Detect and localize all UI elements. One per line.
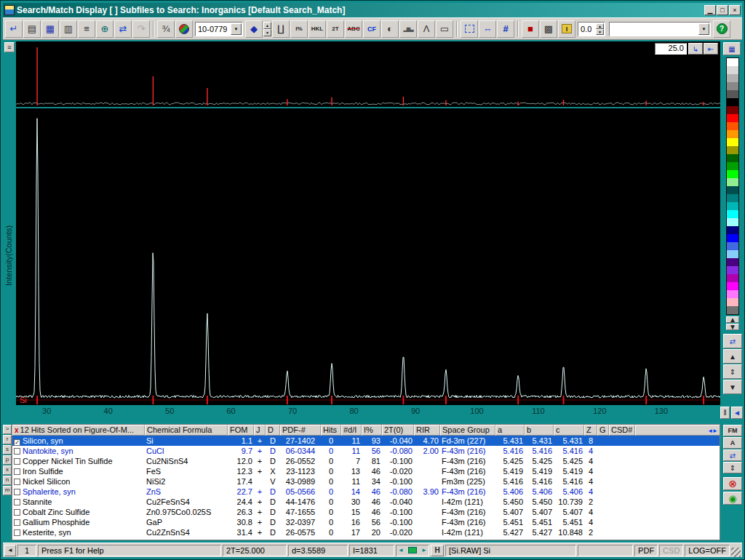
palette-color[interactable] [727, 226, 738, 234]
table-scroll-left-button[interactable]: ◄ [4, 545, 16, 556]
intensity-label-button[interactable]: I% [290, 20, 308, 38]
hatch-button[interactable]: ▩ [540, 20, 557, 38]
spin-down-icon[interactable]: ▼ [596, 29, 604, 35]
column-header-sg[interactable]: Space Group [440, 425, 495, 436]
row-checkbox[interactable] [14, 529, 20, 536]
hkl-label-button[interactable]: HKL [308, 20, 326, 38]
palette-color[interactable] [727, 306, 738, 314]
redo-button[interactable]: ↷ [132, 20, 150, 38]
h-button[interactable]: H [431, 545, 444, 556]
table-row[interactable]: Sphalerite, synZnS22.7+D05-056601446-0.0… [12, 487, 720, 497]
palette-scroll-up-button[interactable]: ▲ [726, 316, 739, 323]
accept-hit-button[interactable]: ◉ [723, 492, 742, 505]
start-angle-field[interactable]: 25.0 [655, 43, 687, 55]
palette-color[interactable] [727, 210, 738, 218]
row-hotkey-n[interactable]: n [3, 476, 12, 485]
print-form-button[interactable]: ▥ [60, 20, 77, 38]
row-hotkey-x[interactable]: x [3, 465, 12, 475]
row-checkbox[interactable] [14, 519, 20, 526]
help-button[interactable]: ? [713, 20, 730, 38]
simulate-globe-button[interactable] [175, 20, 193, 38]
expand-button[interactable]: ⇔ [479, 20, 496, 38]
invert-button[interactable]: ◐ [381, 20, 399, 38]
spin-down-icon[interactable]: ▼ [263, 29, 271, 36]
fit-vertical-button[interactable]: ⇕ [723, 364, 742, 379]
delete-hit-button[interactable]: ⊗ [723, 477, 742, 490]
palette-color[interactable] [727, 202, 738, 210]
column-header-b[interactable]: b [525, 425, 554, 436]
row-checkbox[interactable] [14, 489, 20, 495]
column-header-csd[interactable]: CSD# [609, 425, 635, 436]
palette-color[interactable] [727, 234, 738, 242]
palette-color[interactable] [727, 138, 738, 146]
palette-color[interactable] [727, 170, 738, 178]
palette-color[interactable] [727, 290, 738, 298]
grid-button[interactable]: # [497, 20, 514, 38]
table-row[interactable]: Gallium PhosphideGaP30.8+D32-039701656-0… [12, 517, 720, 527]
palette-color[interactable] [727, 74, 738, 82]
overlay-diamond-button[interactable]: ◆ [245, 20, 263, 38]
column-header-pdf[interactable]: PDF-# [280, 425, 321, 436]
row-checkbox[interactable]: ✓ [14, 439, 20, 446]
spin-up-icon[interactable]: ▲ [263, 22, 271, 29]
column-header-t0[interactable]: 2T(0) [382, 425, 414, 436]
palette-color[interactable] [727, 298, 738, 306]
palette-color[interactable] [727, 218, 738, 226]
red-swatch-button[interactable]: ■ [522, 20, 539, 38]
row-hotkey-r[interactable]: r [3, 435, 12, 444]
peak-marks-button[interactable]: ∐ [272, 20, 290, 38]
column-header-hits[interactable]: Hits [321, 425, 341, 436]
home-left-button[interactable]: ⇤ [704, 43, 718, 55]
zoom-box-button[interactable]: ▭ [436, 20, 453, 38]
row-hotkey-m[interactable]: m [3, 486, 12, 495]
row-checkbox[interactable] [14, 479, 20, 485]
column-header-z[interactable]: Z [584, 425, 597, 436]
row-checkbox[interactable] [14, 499, 20, 505]
snap-corner-button[interactable]: ↳ [688, 43, 703, 55]
palette-color[interactable] [727, 194, 738, 202]
column-scroll-icon[interactable]: ◄► [707, 428, 717, 434]
dropdown-arrow-icon[interactable]: ▼ [231, 23, 242, 35]
palette-color[interactable] [727, 274, 738, 282]
profile-button[interactable]: Λ [418, 20, 435, 38]
column-header-name[interactable]: x12 Hits Sorted on Figure-Of-M... [12, 425, 145, 436]
palette-color[interactable] [727, 154, 738, 162]
palette-color[interactable] [727, 82, 738, 90]
palette-color[interactable] [727, 162, 738, 170]
palette-color[interactable] [727, 266, 738, 274]
close-button[interactable]: × [729, 5, 741, 15]
resize-grip[interactable] [731, 548, 741, 557]
column-header-g[interactable]: G [597, 425, 609, 436]
mini-grid-button[interactable]: ▦ [723, 42, 741, 55]
palette-color[interactable] [727, 98, 738, 106]
scroll-up-button[interactable]: ▲ [723, 349, 742, 364]
palette-color[interactable] [727, 186, 738, 194]
palette-color[interactable] [727, 146, 738, 154]
swap-rows-button[interactable]: ⇕ [723, 462, 742, 473]
abc-label-button[interactable]: ABC [345, 20, 362, 38]
info-gold-button[interactable]: I [558, 20, 575, 38]
table-row[interactable]: Nantokite, synCuCl9.7+D06-034401156-0.08… [12, 446, 720, 456]
column-header-nd[interactable]: #d/I [341, 425, 362, 436]
palette-color[interactable] [727, 178, 738, 186]
scroll-right-icon[interactable]: ► [421, 545, 427, 556]
maximize-button[interactable]: □ [717, 5, 728, 15]
report-button[interactable]: ≡ [78, 20, 95, 38]
row-hotkey-p[interactable]: p [3, 455, 12, 465]
phase-filter-combo[interactable]: ▼ [609, 22, 711, 36]
row-checkbox[interactable] [14, 458, 20, 465]
column-header-rir[interactable]: RIR [414, 425, 440, 436]
main-chart[interactable]: Si [16, 108, 720, 405]
table-row[interactable]: Iron SulfideFeS12.3+X23-112301346-0.020F… [12, 466, 720, 476]
palette-color[interactable] [727, 66, 738, 74]
current-row-button[interactable]: > [3, 425, 12, 434]
palette-color[interactable] [727, 258, 738, 266]
row-checkbox[interactable] [14, 468, 20, 475]
scroll-left-icon[interactable]: ◄ [398, 545, 404, 556]
pdf-spinner[interactable]: ▲▼ [263, 22, 271, 36]
table-row[interactable]: Copper Nickel Tin SulfideCu2NiSnS412.0+D… [12, 456, 720, 466]
swap-columns-button[interactable]: ⇄ [723, 449, 742, 461]
palette-color[interactable] [727, 106, 738, 114]
table-row[interactable]: Kesterite, synCu2ZnSnS431.4+D26-05750172… [12, 527, 720, 537]
internet-button[interactable]: ⊕ [96, 20, 113, 38]
